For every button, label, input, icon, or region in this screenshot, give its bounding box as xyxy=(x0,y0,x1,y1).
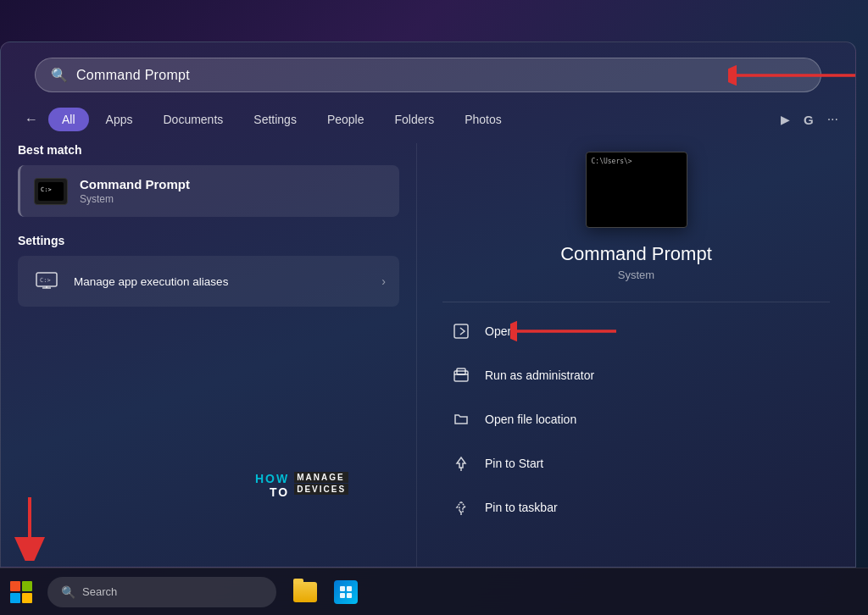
best-match-item[interactable]: Command Prompt System xyxy=(18,165,399,217)
store-icon xyxy=(334,580,358,604)
watermark-to: TO xyxy=(270,485,289,499)
settings-label: Settings xyxy=(18,234,399,247)
taskbar-search[interactable]: 🔍 Search xyxy=(47,577,276,607)
best-match-label: Best match xyxy=(18,143,399,157)
cmd-prompt-icon xyxy=(38,182,64,201)
main-content: Best match Command Prompt System Setting… xyxy=(1,143,855,567)
windows-logo xyxy=(10,581,32,603)
tab-photos[interactable]: Photos xyxy=(451,108,515,131)
open-arrow-annotation xyxy=(510,319,620,344)
taskbar-search-icon: 🔍 xyxy=(61,585,75,599)
app-name: Command Prompt xyxy=(80,177,190,191)
open-location-label: Open file location xyxy=(485,413,576,426)
tab-all[interactable]: All xyxy=(48,108,89,131)
search-icon: 🔍 xyxy=(51,67,68,83)
run-admin-button[interactable]: Run as administrator xyxy=(442,353,830,397)
down-arrow-annotation xyxy=(8,493,51,566)
svg-rect-17 xyxy=(347,586,352,591)
pin-taskbar-icon xyxy=(449,496,473,519)
file-explorer-button[interactable] xyxy=(287,573,324,611)
run-admin-label: Run as administrator xyxy=(485,368,594,382)
search-arrow-annotation xyxy=(728,60,856,91)
svg-rect-18 xyxy=(340,593,345,598)
open-location-icon xyxy=(449,407,473,431)
tab-people[interactable]: People xyxy=(314,108,378,131)
divider xyxy=(442,302,830,302)
play-button[interactable]: ▶ xyxy=(781,113,790,126)
cmd-icon xyxy=(34,178,68,205)
svg-rect-19 xyxy=(347,593,352,598)
search-input-value: Command Prompt xyxy=(76,68,805,83)
open-location-button[interactable]: Open file location xyxy=(442,397,830,441)
svg-text:C:>: C:> xyxy=(40,277,51,284)
svg-rect-16 xyxy=(340,586,345,591)
watermark-manage: MANAGE xyxy=(294,472,348,483)
file-explorer-icon xyxy=(293,582,317,602)
filter-tabs: ← All Apps Documents Settings People Fol… xyxy=(1,102,855,143)
start-button[interactable] xyxy=(0,568,42,616)
cmd-app-subtitle: System xyxy=(618,269,654,281)
svg-rect-6 xyxy=(454,324,468,338)
tab-folders[interactable]: Folders xyxy=(381,108,448,131)
open-icon xyxy=(449,319,473,343)
run-admin-icon xyxy=(449,363,473,387)
pin-taskbar-button[interactable]: Pin to taskbar xyxy=(442,485,830,529)
taskbar-icons xyxy=(287,573,364,611)
pin-start-icon xyxy=(449,452,473,475)
tab-documents[interactable]: Documents xyxy=(149,108,236,131)
store-button[interactable] xyxy=(327,573,364,611)
more-button[interactable]: ··· xyxy=(827,112,838,127)
manage-aliases-label: Manage app execution aliases xyxy=(74,275,381,288)
cmd-preview-text: C:\Users\> xyxy=(592,158,632,165)
watermark: HOW TO MANAGE DEVICES xyxy=(255,472,348,499)
tab-apps[interactable]: Apps xyxy=(92,108,147,131)
pin-start-label: Pin to Start xyxy=(485,457,543,470)
manage-aliases-item[interactable]: C:> Manage app execution aliases › xyxy=(18,256,399,307)
cmd-app-name: Command Prompt xyxy=(560,243,712,265)
cmd-preview: C:\Users\> xyxy=(586,152,687,228)
taskbar-search-text: Search xyxy=(82,585,117,598)
app-info: Command Prompt System xyxy=(80,177,190,205)
search-popup: 🔍 Command Prompt ← All Apps Documents Se… xyxy=(0,42,856,568)
watermark-devices: DEVICES xyxy=(294,484,348,495)
g-button[interactable]: G xyxy=(804,113,814,127)
tab-settings[interactable]: Settings xyxy=(240,108,310,131)
settings-icon: C:> xyxy=(31,268,62,295)
back-button[interactable]: ← xyxy=(18,106,45,133)
chevron-right-icon: › xyxy=(381,274,386,288)
pin-taskbar-label: Pin to taskbar xyxy=(485,501,558,514)
search-bar[interactable]: 🔍 Command Prompt xyxy=(35,58,821,92)
pin-start-button[interactable]: Pin to Start xyxy=(442,441,830,485)
app-subtitle: System xyxy=(80,193,190,205)
actions-container: Open xyxy=(442,309,830,529)
open-button[interactable]: Open xyxy=(442,309,830,353)
left-panel: Best match Command Prompt System Setting… xyxy=(1,143,416,567)
right-panel: C:\Users\> Command Prompt System Open xyxy=(416,143,855,567)
watermark-how: HOW xyxy=(255,472,289,485)
taskbar: 🔍 Search xyxy=(0,568,868,615)
